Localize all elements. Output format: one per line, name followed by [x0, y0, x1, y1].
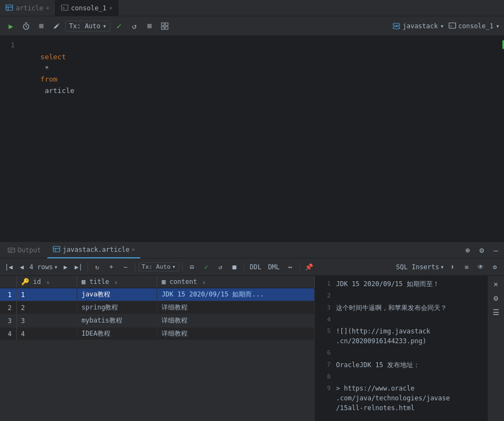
bottom-tab-actions: ⊕ ⚙ — — [462, 244, 502, 256]
pin-btn[interactable]: 📌 — [303, 261, 315, 273]
row-content-cell: 详细教程 — [157, 314, 315, 327]
tab-output[interactable]: Output — [2, 242, 46, 258]
detail-content[interactable]: 1JDK 15 2020/09/15 如期而至！23这个时间牛逼啊，和苹果发布会… — [315, 276, 487, 421]
svg-rect-12 — [165, 23, 168, 26]
detail-linenum: 8 — [320, 372, 331, 382]
dml-btn[interactable]: DML — [266, 262, 282, 272]
row-id-cell: 1 — [16, 288, 77, 301]
detail-line: 7OracleJDK 15 发布地址： — [315, 359, 487, 371]
detail-linenum: 3 — [320, 303, 331, 313]
detail-linenum: 9 — [320, 383, 331, 393]
col-title-header[interactable]: ▦ title ⇅ — [77, 276, 157, 288]
table-panel: 🔑 id ⇅ ▦ title ⇅ ▦ content — [0, 276, 315, 421]
download-btn[interactable]: ⬇ — [446, 261, 458, 273]
tx-select-data[interactable]: Tx: Auto ▾ — [139, 262, 179, 271]
tab-javastack-close[interactable]: ✕ — [132, 246, 135, 252]
tab-article[interactable]: article ✕ — [0, 0, 55, 16]
connection-left[interactable]: javastack ▾ — [393, 22, 444, 30]
sep4 — [244, 263, 244, 271]
ddl-btn[interactable]: DDL — [247, 262, 264, 272]
revert-btn[interactable]: ↺ — [214, 261, 226, 273]
rows-count[interactable]: 4 rows ▾ — [29, 263, 58, 271]
settings-button[interactable] — [50, 20, 63, 33]
detail-panel: 1JDK 15 2020/09/15 如期而至！23这个时间牛逼啊，和苹果发布会… — [315, 276, 487, 421]
export-btn[interactable]: ↔ — [284, 261, 296, 273]
detail-text: > https://www.oracle .com/java/technolog… — [336, 383, 450, 413]
table-row[interactable]: 33mybatis教程详细教程 — [0, 314, 315, 327]
stop-button[interactable] — [35, 20, 48, 33]
tab-javastack-label: javastack.article — [63, 246, 129, 253]
check-data-btn[interactable]: ✓ — [200, 261, 212, 273]
collapse-btn[interactable]: — — [490, 244, 502, 256]
filter-btn[interactable]: ⊟ — [186, 261, 198, 273]
svg-text:>_: >_ — [450, 24, 455, 28]
table-row[interactable]: 44IDEA教程详细教程 — [0, 327, 315, 340]
cancel-button[interactable] — [143, 20, 156, 33]
detail-linenum: 7 — [320, 360, 331, 370]
sep3 — [182, 263, 183, 271]
tx-select[interactable]: Tx: Auto ▾ — [65, 21, 110, 32]
timer-button[interactable] — [20, 20, 33, 33]
sep5 — [300, 263, 300, 271]
table-row[interactable]: 11java教程JDK 15 2020/09/15 如期而... — [0, 288, 315, 301]
check-button[interactable]: ✓ — [113, 20, 126, 33]
stop-data-btn[interactable]: ■ — [228, 261, 240, 273]
row-num-header — [0, 276, 16, 288]
connection-right-label: console_1 — [458, 22, 494, 30]
table-row[interactable]: 22spring教程详细教程 — [0, 301, 315, 314]
prev-page-btn[interactable]: ◀ — [16, 262, 27, 273]
sep1 — [88, 263, 88, 271]
grid-button[interactable] — [158, 20, 171, 33]
svg-rect-9 — [39, 24, 43, 28]
row-title-cell: java教程 — [77, 288, 157, 301]
keyword-from: from — [40, 75, 57, 83]
list-detail-btn[interactable]: ☰ — [490, 306, 502, 318]
tab-article-close[interactable]: ✕ — [46, 5, 49, 11]
tx-chevron: ▾ — [103, 22, 107, 30]
editor-content[interactable]: select * from article — [19, 36, 504, 242]
detail-line: 6 — [315, 347, 487, 359]
last-page-btn[interactable]: ▶| — [73, 262, 84, 273]
db-icon-left — [393, 22, 400, 30]
row-num-cell: 1 — [0, 288, 16, 301]
svg-text:>_: >_ — [63, 6, 67, 10]
svg-rect-16 — [393, 27, 400, 29]
tx-label: Tx: Auto — [69, 22, 101, 30]
keyword-select: select — [40, 53, 66, 61]
remove-row-btn[interactable]: − — [120, 261, 132, 273]
tab-javastack-article[interactable]: javastack.article ✕ — [47, 242, 140, 258]
col-title-label: title — [90, 278, 109, 286]
refresh-btn[interactable]: ↻ — [91, 261, 103, 273]
sql-inserts-label: SQL Inserts — [396, 263, 439, 271]
globe-btn[interactable]: ⊕ — [462, 244, 474, 256]
col-id-label: id — [33, 278, 41, 286]
run-button[interactable]: ▶ — [4, 20, 17, 33]
svg-rect-23 — [53, 246, 60, 252]
detail-line: 9> https://www.oracle .com/java/technolo… — [315, 382, 487, 414]
undo-button[interactable]: ↺ — [128, 20, 141, 33]
config-btn[interactable]: ⚙ — [489, 261, 501, 273]
sort-btn[interactable]: ≡ — [461, 261, 472, 273]
first-page-btn[interactable]: |◀ — [3, 262, 14, 273]
add-row-btn[interactable]: + — [105, 261, 117, 273]
close-detail-btn[interactable]: ✕ — [490, 278, 502, 290]
row-num-cell: 2 — [0, 301, 16, 314]
connection-right[interactable]: >_ console_1 ▾ — [449, 22, 500, 30]
next-page-btn[interactable]: ▶ — [60, 262, 71, 273]
tab-console-close[interactable]: ✕ — [109, 5, 113, 11]
operator-star: * — [40, 64, 53, 72]
col-id-header[interactable]: 🔑 id ⇅ — [16, 276, 77, 288]
settings-btn[interactable]: ⚙ — [476, 244, 488, 256]
tab-console[interactable]: >_ console_1 ✕ — [55, 0, 119, 16]
row-title-cell: mybatis教程 — [77, 314, 157, 327]
svg-rect-20 — [8, 248, 15, 252]
col-content-header[interactable]: ▦ content ⇅ — [157, 276, 315, 288]
col-content-label: content — [170, 278, 197, 286]
table-scroll[interactable]: 🔑 id ⇅ ▦ title ⇅ ▦ content — [0, 276, 315, 421]
stop-icon — [38, 22, 45, 30]
line-numbers: 1 — [0, 36, 19, 242]
sql-inserts-select[interactable]: SQL Inserts ▾ — [396, 263, 444, 271]
eye-btn[interactable]: 👁 — [475, 261, 487, 273]
sort-icon-title: ⇅ — [115, 280, 117, 285]
gear-detail-btn[interactable]: ⚙ — [490, 292, 502, 304]
